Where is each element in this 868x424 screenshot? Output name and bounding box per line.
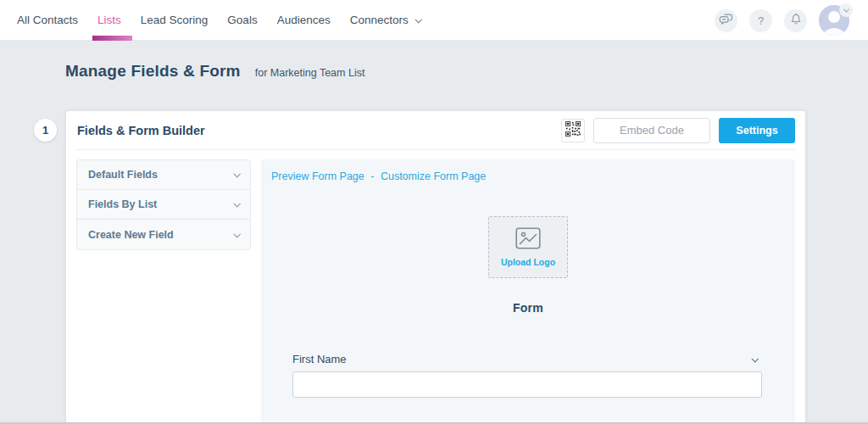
customize-form-page-link[interactable]: Customize Form Page <box>381 170 486 182</box>
fields-form-builder-card: Fields & Form Builder <box>66 111 805 424</box>
chat-support-button[interactable] <box>715 9 737 32</box>
page-subtitle: for Marketing Team List <box>255 67 365 79</box>
notifications-button[interactable] <box>784 9 807 32</box>
top-navigation: All Contacts Lists Lead Scoring Goals Au… <box>0 0 868 41</box>
accordion-item-create-new-field[interactable]: Create New Field <box>77 220 250 249</box>
nav-label: Audiences <box>277 14 331 26</box>
builder-card-body: Default Fields Fields By List Create New… <box>66 150 805 423</box>
accordion-label: Default Fields <box>88 169 158 181</box>
qr-code-icon <box>565 121 581 140</box>
nav-item-lead-scoring[interactable]: Lead Scoring <box>141 0 209 41</box>
form-field-first-name: First Name <box>292 353 762 398</box>
step-number-badge: 1 <box>34 119 57 142</box>
accordion-item-fields-by-list[interactable]: Fields By List <box>77 190 250 220</box>
nav-item-goals[interactable]: Goals <box>227 0 257 41</box>
chevron-down-icon <box>415 16 421 23</box>
chevron-down-icon <box>233 200 240 207</box>
accordion-label: Create New Field <box>88 229 174 241</box>
image-placeholder-icon <box>515 227 541 253</box>
field-label-row: First Name <box>292 353 762 365</box>
chevron-down-icon[interactable] <box>751 355 758 362</box>
nav-label: Lists <box>97 14 121 26</box>
nav-label: Lead Scoring <box>141 14 209 26</box>
fields-sidebar: Default Fields Fields By List Create New… <box>66 150 261 423</box>
accordion-label: Fields By List <box>88 198 157 210</box>
bell-icon <box>790 13 802 28</box>
nav-item-audiences[interactable]: Audiences <box>277 0 331 41</box>
link-separator: - <box>370 170 374 182</box>
fields-accordion: Default Fields Fields By List Create New… <box>76 159 251 250</box>
page-header: Manage Fields & Form for Marketing Team … <box>65 62 364 81</box>
user-avatar[interactable] <box>819 5 849 36</box>
preview-form-page-link[interactable]: Preview Form Page <box>271 170 364 182</box>
first-name-input[interactable] <box>292 371 762 398</box>
form-page-links: Preview Form Page - Customize Form Page <box>261 159 795 182</box>
upload-logo-dropzone[interactable]: Upload Logo <box>488 216 568 278</box>
chat-icon <box>719 13 733 28</box>
help-icon: ? <box>758 14 764 27</box>
nav-utility-icons: ? <box>715 0 849 41</box>
builder-title: Fields & Form Builder <box>76 124 205 137</box>
qr-code-button[interactable] <box>561 119 585 142</box>
chevron-down-icon <box>843 6 849 12</box>
help-button[interactable]: ? <box>749 9 772 32</box>
builder-card-header: Fields & Form Builder <box>76 111 795 150</box>
nav-item-all-contacts[interactable]: All Contacts <box>17 0 78 41</box>
form-title: Form <box>261 301 795 315</box>
account-menu-badge[interactable] <box>839 3 853 17</box>
embed-code-button[interactable]: Embed Code <box>593 118 710 143</box>
nav-label: Connectors <box>350 14 409 26</box>
settings-button[interactable]: Settings <box>719 118 795 143</box>
nav-label: All Contacts <box>17 14 78 26</box>
builder-header-actions: Embed Code Settings <box>561 118 795 143</box>
page-title: Manage Fields & Form <box>65 62 241 81</box>
nav-item-lists[interactable]: Lists <box>97 0 121 41</box>
nav-label: Goals <box>227 14 257 26</box>
field-label: First Name <box>292 353 347 365</box>
chevron-down-icon <box>233 231 240 237</box>
form-preview-area: Preview Form Page - Customize Form Page … <box>261 159 795 423</box>
nav-item-connectors[interactable]: Connectors <box>350 0 420 41</box>
accordion-item-default-fields[interactable]: Default Fields <box>77 160 250 190</box>
chevron-down-icon <box>233 170 240 177</box>
upload-logo-label: Upload Logo <box>501 257 555 267</box>
